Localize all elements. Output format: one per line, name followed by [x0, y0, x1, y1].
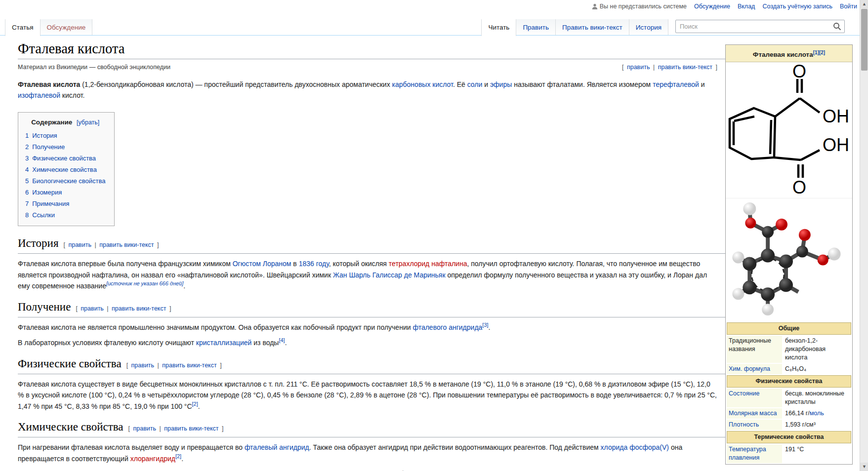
toc-label: Биологические свойства — [32, 177, 105, 185]
toc-item-2[interactable]: 2Получение — [25, 141, 105, 153]
scrollbar-thumb[interactable] — [861, 9, 868, 71]
infobox-reference[interactable]: [2] — [819, 49, 825, 55]
text: из воды — [251, 339, 279, 347]
toc-item-4[interactable]: 4Химические свойства — [25, 164, 105, 175]
search-icon[interactable] — [833, 22, 841, 31]
wiki-link[interactable]: хлорида фосфора(V) — [601, 443, 669, 451]
wiki-link[interactable]: 1836 году — [299, 260, 329, 268]
citation-needed-note[interactable]: [источник не указан 666 дней] — [106, 280, 183, 286]
personal-link-4[interactable]: Войти — [840, 3, 857, 10]
personal-link-1[interactable]: Обсуждение — [694, 3, 730, 10]
personal-link-2[interactable]: Вклад — [738, 3, 755, 10]
wiki-link[interactable]: соли — [467, 80, 483, 88]
infobox-row-label[interactable]: Хим. формула — [727, 364, 782, 374]
edit-link[interactable]: править — [131, 362, 155, 369]
toc-item-7[interactable]: 7Примечания — [25, 198, 105, 209]
tab-читать[interactable]: Читать — [481, 19, 516, 36]
section-edit-links: [ править | править вики-текст ] — [126, 362, 222, 369]
edit-source-link[interactable]: править вики-текст — [99, 241, 154, 248]
infobox-row-value: C₈H₆O₄ — [783, 364, 851, 374]
personal-link-3[interactable]: Создать учётную запись — [762, 3, 832, 10]
wiki-link[interactable]: Огюстом Лораном — [233, 260, 291, 268]
wiki-link[interactable]: изофталевой — [18, 91, 60, 99]
search-input[interactable] — [675, 20, 845, 33]
view-tabs: ЧитатьПравитьПравить вики-текстИстория — [481, 19, 668, 36]
personal-bar: Вы не представились системе ОбсуждениеВк… — [592, 3, 857, 10]
text: Фталевая кислота существует в виде бесцв… — [18, 380, 717, 410]
text: . Её — [453, 80, 467, 88]
redlink[interactable]: тетрахлорид нафталина — [389, 260, 467, 268]
toc-item-8[interactable]: 8Ссылки — [25, 209, 105, 221]
text: в — [291, 260, 298, 268]
text: При нагревании фталевая кислота выделяет… — [18, 443, 245, 451]
text: и — [699, 80, 705, 88]
reference-sup[interactable]: [2] — [192, 401, 198, 407]
text: 1,593 г/см³ — [785, 421, 816, 428]
redlink[interactable]: хлорангидрид — [130, 455, 175, 463]
toc-item-1[interactable]: 1История — [25, 130, 105, 141]
infobox-row-label[interactable]: Молярная масса — [727, 408, 782, 419]
bracket: [ — [63, 241, 67, 248]
infobox-row-label[interactable]: Температура плавления — [727, 444, 782, 463]
reference-sup[interactable]: [2] — [175, 453, 181, 459]
personal-links: ОбсуждениеВкладСоздать учётную записьВой… — [694, 3, 857, 10]
tab-история[interactable]: История — [629, 19, 668, 36]
edit-source-link[interactable]: править вики-текст — [164, 425, 218, 432]
toc-label: Изомерия — [32, 189, 62, 196]
heading-text: Химические свойства — [18, 421, 124, 433]
scroll-down-arrow-icon[interactable]: ▼ — [860, 463, 868, 471]
skeletal-formula-image[interactable]: O OH OH O — [726, 62, 852, 198]
tab-обсуждение[interactable]: Обсуждение — [41, 19, 93, 36]
edit-link[interactable]: править — [627, 64, 650, 71]
site-tagline: Материал из Википедии — свободной энцикл… — [18, 62, 170, 73]
edit-link[interactable]: править — [68, 241, 91, 248]
edit-link[interactable]: править — [81, 305, 104, 312]
wiki-link[interactable]: моль — [810, 410, 824, 417]
bracket: [ — [126, 362, 130, 369]
scrollbar[interactable]: ▲ ▼ — [860, 0, 868, 471]
separator: | — [158, 425, 163, 432]
edit-link[interactable]: править — [133, 425, 156, 432]
wiki-link[interactable]: карбоновых кислот — [392, 80, 453, 88]
edit-source-link[interactable]: править вики-текст — [112, 305, 166, 312]
ball-stick-model-image[interactable] — [726, 198, 852, 321]
toc-item-6[interactable]: 6Изомерия — [25, 187, 105, 198]
text: и — [482, 80, 490, 88]
toc-item-5[interactable]: 5Биологические свойства — [25, 175, 105, 187]
reference-sup[interactable]: [3] — [482, 322, 488, 328]
tab-статья[interactable]: Статья — [5, 19, 41, 36]
toc-label: Примечания — [32, 200, 69, 207]
wiki-link[interactable]: кристаллизацией — [196, 339, 252, 347]
infobox-reference[interactable]: [1] — [813, 49, 819, 55]
infobox-row-value: бесцв. моноклинные кристаллы — [783, 389, 851, 407]
toc-hide-toggle[interactable]: [убрать] — [77, 119, 99, 126]
wiki-link[interactable]: фталевого ангидрида — [413, 323, 482, 331]
wiki-link[interactable]: эфиры — [490, 80, 512, 88]
text: . Также она образует ангидрид при действ… — [309, 443, 601, 451]
toc-label: Химические свойства — [32, 166, 97, 173]
toc-number: 3 — [25, 155, 29, 162]
wiki-link[interactable]: фталевый ангидрид — [245, 443, 309, 451]
toc-number: 2 — [25, 143, 29, 151]
bracket: ] — [220, 425, 224, 432]
edit-source-link[interactable]: править вики-текст — [162, 362, 216, 369]
text: Фталевая кислота — [18, 80, 80, 88]
toc-label: История — [32, 132, 57, 139]
reference-sup[interactable]: [4] — [279, 337, 285, 343]
infobox-row-label[interactable]: Плотность — [727, 420, 782, 430]
infobox-title-label: Фталевая кислота — [753, 51, 813, 58]
text: . — [285, 339, 287, 347]
bracket: ] — [218, 362, 222, 369]
wiki-link[interactable]: Жан Шарль Галиссар де Мариньяк — [333, 271, 446, 279]
paragraph-history: Фталевая кислота впервые была получена ф… — [18, 258, 719, 292]
tab-label: Править вики-текст — [562, 24, 622, 31]
edit-source-link[interactable]: править вики-текст — [658, 64, 712, 71]
scroll-up-arrow-icon[interactable]: ▲ — [860, 0, 868, 8]
infobox-title: Фталевая кислота[1][2] — [726, 45, 852, 62]
tab-править[interactable]: Править — [516, 19, 556, 36]
text: 191 °C — [785, 446, 804, 453]
tab-править-вики-текст[interactable]: Править вики-текст — [556, 19, 629, 36]
infobox-row-label[interactable]: Состояние — [727, 389, 782, 407]
toc-item-3[interactable]: 3Физические свойства — [25, 153, 105, 164]
wiki-link[interactable]: терефталевой — [653, 80, 699, 88]
